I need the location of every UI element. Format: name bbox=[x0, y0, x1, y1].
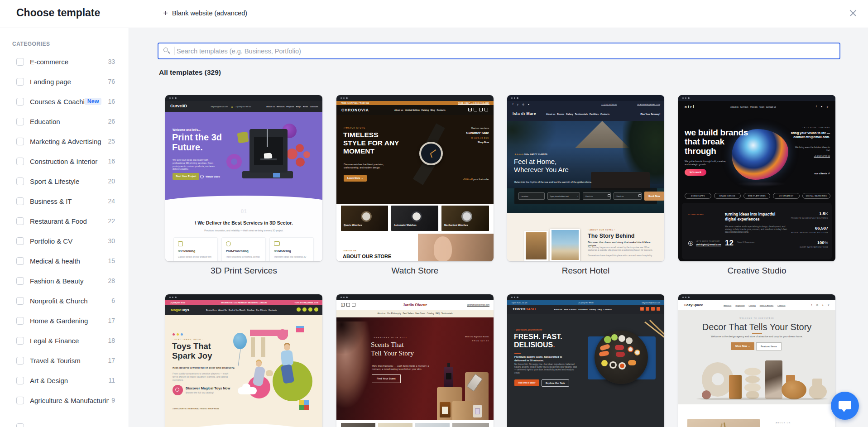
category-label: Sport & Lifestyle bbox=[30, 178, 105, 185]
checkbox[interactable] bbox=[16, 197, 24, 205]
hair-graphic bbox=[336, 317, 364, 354]
sidebar-item-landing-page[interactable]: Landing page76 bbox=[0, 72, 129, 91]
template-card-creative-studio[interactable]: ctrl About us Services Projects Team Con… bbox=[678, 95, 835, 261]
template-card-watch-store[interactable]: FREE SHIPPING FROM $50 NEED HELP: +1 (80… bbox=[336, 95, 494, 261]
browser-chrome bbox=[165, 95, 322, 101]
printer-chamber bbox=[254, 137, 283, 165]
spiky-graphic bbox=[303, 151, 310, 158]
vase-wood bbox=[729, 375, 742, 399]
tile-label: Quartz Watches bbox=[344, 224, 362, 227]
sidebar-item-construction-interior[interactable]: Construction & Interior16 bbox=[0, 151, 129, 171]
right-title: bring your vision to life — contact ctrl… bbox=[788, 131, 830, 139]
hero-kicker: - PERFUMES WITH SOUL - bbox=[371, 336, 410, 339]
block-graphic bbox=[299, 405, 304, 410]
years-label: Years Of Experience bbox=[737, 241, 755, 243]
template-card-decor[interactable]: CozySpace About usInspirationCatalogNews… bbox=[678, 294, 835, 427]
stat-label: PROJECTS SUCCESSFULLY DELIVERED bbox=[791, 217, 828, 220]
checkbox[interactable] bbox=[16, 297, 24, 305]
about-kicker: //ABOUT US bbox=[343, 249, 356, 252]
checkbox[interactable] bbox=[16, 178, 24, 185]
category-count: 11 bbox=[108, 377, 115, 384]
checkbox[interactable] bbox=[16, 78, 24, 86]
checkbox[interactable] bbox=[16, 423, 24, 427]
checkbox[interactable] bbox=[16, 317, 24, 325]
template-card-sushi[interactable]: Open 8 am - 10 pm +1 (234) 567 89 00 tok… bbox=[507, 294, 664, 427]
browser-chrome bbox=[678, 95, 835, 101]
checkbox[interactable] bbox=[16, 217, 24, 225]
about-photo bbox=[418, 234, 494, 261]
search-input[interactable] bbox=[158, 43, 840, 59]
hero-body: Relax into the rhythm of the sea and fee… bbox=[514, 181, 592, 184]
sidebar-item-marketing-advertising[interactable]: Marketing & Advertising25 bbox=[0, 131, 129, 151]
cube-graphic bbox=[237, 132, 249, 144]
checkbox[interactable] bbox=[16, 357, 24, 365]
feature-card: 3D Scanning Capture details of your prod… bbox=[173, 237, 218, 261]
hero-cta-primary: Roll Into Flavor bbox=[514, 379, 539, 386]
sidebar-item-legal-finance[interactable]: Legal & Finance18 bbox=[0, 331, 129, 350]
sidebar-item-courses-coaching[interactable]: Courses & CoachingNew16 bbox=[0, 91, 129, 111]
block-graphic bbox=[304, 405, 309, 410]
dot-icon bbox=[177, 333, 179, 336]
site-logo: CHRONOVIA bbox=[341, 108, 369, 113]
vase-marble bbox=[765, 360, 782, 399]
checkbox[interactable] bbox=[16, 98, 24, 106]
category-count: 18 bbox=[108, 337, 115, 344]
blank-website-button[interactable]: + Blank website (advanced) bbox=[159, 6, 251, 20]
hero-body: Welcome to the design agency and store o… bbox=[678, 335, 835, 338]
sidebar-item-restaurant-food[interactable]: Restaurant & Food22 bbox=[0, 211, 129, 231]
site-logo: Isla di Mare bbox=[513, 111, 536, 116]
sidebar-item-medical-health[interactable]: Medical & health15 bbox=[0, 251, 129, 271]
category-count: 24 bbox=[108, 197, 115, 205]
block-graphic bbox=[299, 400, 304, 405]
template-card-toys[interactable]: +1 (234) 567 89 00 SHOWROOM: 1234 FAIRMO… bbox=[165, 294, 322, 427]
printer-plate bbox=[260, 158, 277, 160]
sidebar-item-sport-lifestyle[interactable]: Sport & Lifestyle20 bbox=[0, 171, 129, 191]
right-kicker: LET'S WORK TOGETHER bbox=[803, 127, 830, 129]
sushi bbox=[616, 352, 625, 357]
chat-widget-button[interactable] bbox=[831, 392, 859, 420]
category-label: Fashion & Beauty bbox=[30, 277, 105, 285]
sidebar-item-education[interactable]: Education26 bbox=[0, 111, 129, 131]
checkbox[interactable] bbox=[16, 118, 24, 125]
checkbox[interactable] bbox=[16, 158, 24, 165]
tag-pill: MOBILE APPS bbox=[685, 193, 711, 199]
template-preview: Open 8 am - 10 pm +1 (234) 567 89 00 tok… bbox=[507, 294, 664, 427]
sidebar-item-portfolio-cv[interactable]: Portfolio & CV30 bbox=[0, 231, 129, 251]
sidebar-item-travel-tourism[interactable]: Travel & Tourism17 bbox=[0, 350, 129, 370]
checkbox[interactable] bbox=[16, 377, 24, 384]
category-label: Landing page bbox=[30, 78, 105, 86]
site-nav: About us Our Philosophy Best Sellers New… bbox=[336, 312, 494, 315]
feature-desc: Transform ideas into functional 3D bbox=[274, 256, 311, 259]
block-graphic bbox=[304, 400, 309, 405]
checkbox[interactable] bbox=[16, 237, 24, 245]
close-button[interactable] bbox=[847, 7, 859, 19]
template-preview: +1 (234) 567 89 00 SHOWROOM: 1234 FAIRMO… bbox=[165, 294, 322, 427]
template-card-3d-print-services[interactable]: Curve3D 3d.print@email.com +1 (234) 567 … bbox=[165, 95, 322, 261]
checkbox[interactable] bbox=[16, 337, 24, 345]
sidebar-item-fashion-beauty[interactable]: Fashion & Beauty28 bbox=[0, 271, 129, 291]
checkbox[interactable] bbox=[16, 257, 24, 265]
checkbox[interactable] bbox=[16, 397, 24, 404]
instagram-icon bbox=[302, 307, 307, 312]
category-label: E-commerce bbox=[30, 58, 105, 66]
sidebar-item-art-design[interactable]: Art & Design11 bbox=[0, 370, 129, 390]
sidebar-item-home-gardening[interactable]: Home & Gardening17 bbox=[0, 311, 129, 331]
sidebar-item-agriculture-manufacturing[interactable]: Agriculture & Manufacturing9 bbox=[0, 390, 129, 410]
feature-title: 3D Scanning bbox=[178, 249, 195, 253]
tag-pill: WEB PLATFORMS bbox=[743, 193, 770, 199]
template-card-perfume[interactable]: f - Jardin Obscur - jardinobscur@email.c… bbox=[336, 294, 494, 427]
site-email: ISLADIMARE@EMAIL.COM bbox=[637, 103, 660, 106]
template-card-resort-hotel[interactable]: f y ◎ ▸ +1 (234) 567 89 00 ISLADIMARE@EM… bbox=[507, 95, 664, 261]
sidebar-item-business-it[interactable]: Business & IT24 bbox=[0, 191, 129, 211]
sidebar-item-e-commerce[interactable]: E-commerce33 bbox=[0, 52, 129, 72]
sushi bbox=[619, 335, 625, 342]
sidebar-item-nonprofit-church[interactable]: Nonprofit & Church6 bbox=[0, 291, 129, 311]
cta-sub: Browse the full toy catalog! bbox=[186, 391, 214, 394]
feature-icon bbox=[226, 241, 231, 246]
category-label: Agriculture & Manufacturing bbox=[30, 397, 109, 404]
checkbox[interactable] bbox=[16, 277, 24, 285]
facebook-icon: f bbox=[468, 108, 472, 111]
checkbox[interactable] bbox=[16, 58, 24, 66]
instagram-icon bbox=[646, 307, 649, 311]
checkbox[interactable] bbox=[16, 138, 24, 145]
